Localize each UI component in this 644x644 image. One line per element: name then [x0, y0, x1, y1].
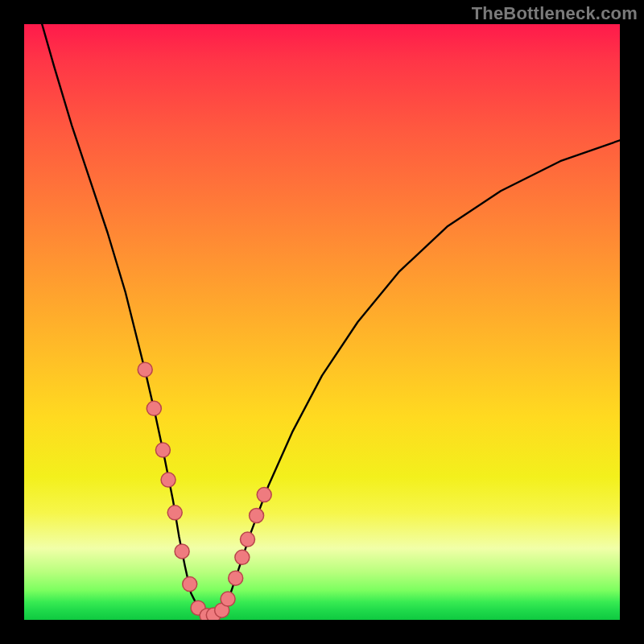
- highlight-dot: [183, 577, 197, 592]
- highlight-markers: [138, 362, 271, 620]
- plot-area: [24, 24, 620, 620]
- highlight-dot: [175, 544, 189, 559]
- highlight-dot: [155, 443, 170, 457]
- highlight-dot: [167, 506, 182, 520]
- highlight-dot: [161, 473, 175, 487]
- highlight-dot: [241, 532, 255, 547]
- highlight-dot: [229, 571, 243, 585]
- highlight-dot: [250, 509, 264, 523]
- chart-svg: [24, 24, 620, 620]
- highlight-dot: [235, 550, 250, 564]
- chart-frame: TheBottleneck.com: [0, 0, 644, 644]
- highlight-dot: [257, 488, 271, 502]
- watermark-text: TheBottleneck.com: [472, 3, 638, 24]
- highlight-dot: [147, 401, 161, 415]
- highlight-dot: [138, 362, 152, 377]
- bottleneck-curve: [42, 24, 620, 617]
- highlight-dot: [221, 592, 235, 606]
